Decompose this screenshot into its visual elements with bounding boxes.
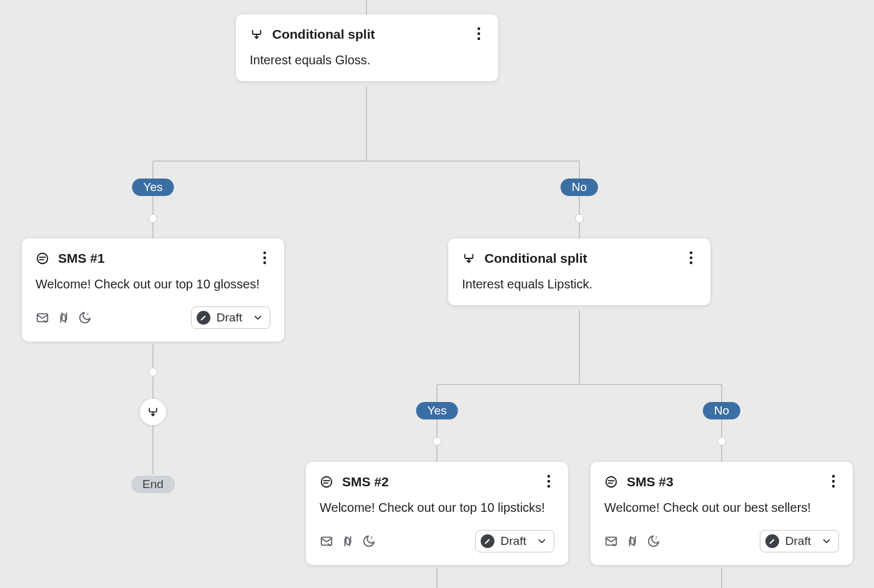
sms-card[interactable]: SMS #3 Welcome! Check out our best selle… (591, 462, 853, 565)
connector-dot (433, 437, 441, 446)
split-icon (250, 27, 263, 41)
svg-point-13 (478, 32, 480, 35)
svg-point-25 (690, 262, 692, 264)
branch-badge-no: No (703, 402, 740, 419)
quiet-hours-icon[interactable]: z (647, 534, 660, 548)
svg-point-24 (690, 257, 692, 259)
card-menu-button[interactable] (255, 248, 274, 267)
utm-tracking-icon[interactable] (626, 534, 639, 548)
svg-point-32 (547, 480, 550, 483)
card-title: SMS #3 (627, 474, 674, 489)
status-label: Draft (501, 534, 526, 548)
svg-point-21 (263, 257, 266, 259)
status-label: Draft (785, 534, 811, 548)
svg-point-31 (547, 475, 550, 478)
sms-icon (36, 252, 49, 265)
conditional-split-card[interactable]: Conditional split Interest equals Lipsti… (448, 238, 710, 305)
utm-tracking-icon[interactable] (57, 311, 71, 325)
card-menu-button[interactable] (824, 472, 843, 491)
card-title: Conditional split (484, 251, 587, 266)
smart-send-icon[interactable] (320, 534, 333, 548)
status-select[interactable]: Draft (760, 530, 839, 552)
branch-badge-yes: Yes (416, 402, 458, 419)
svg-point-20 (263, 252, 266, 254)
chevron-down-icon (821, 536, 832, 547)
draft-status-icon (481, 534, 494, 548)
card-title: Conditional split (272, 27, 375, 42)
svg-point-40 (832, 480, 835, 483)
svg-point-15 (37, 253, 48, 264)
sms-card[interactable]: SMS #2 Welcome! Check out our top 10 lip… (306, 462, 568, 565)
card-description: Welcome! Check out our top 10 glosses! (36, 276, 270, 293)
connector-dot (717, 437, 726, 446)
svg-point-12 (478, 27, 480, 30)
end-badge: End (131, 476, 175, 493)
card-description: Welcome! Check out our top 10 lipsticks! (320, 499, 554, 516)
svg-point-22 (263, 262, 266, 264)
card-menu-button[interactable] (682, 248, 700, 267)
split-icon (462, 252, 476, 265)
branch-badge-yes: Yes (132, 179, 174, 196)
svg-point-33 (547, 485, 550, 488)
connector-dot (149, 214, 157, 223)
sms-icon (320, 475, 333, 489)
card-description: Welcome! Check out our best sellers! (604, 499, 839, 516)
svg-point-39 (832, 475, 835, 478)
svg-point-41 (832, 485, 835, 488)
svg-point-14 (478, 37, 480, 40)
conditional-split-card[interactable]: Conditional split Interest equals Gloss. (236, 14, 498, 81)
status-select[interactable]: Draft (191, 306, 270, 329)
svg-point-23 (690, 252, 692, 254)
status-select[interactable]: Draft (475, 530, 554, 552)
card-description: Interest equals Gloss. (250, 52, 484, 69)
chevron-down-icon (536, 536, 547, 547)
card-title: SMS #1 (58, 251, 105, 266)
utm-tracking-icon[interactable] (341, 534, 355, 548)
connector-dot (149, 368, 157, 376)
quiet-hours-icon[interactable]: z (78, 311, 92, 325)
smart-send-icon[interactable] (604, 534, 618, 548)
svg-text:z: z (87, 311, 89, 316)
chevron-down-icon (252, 312, 263, 323)
status-label: Draft (217, 311, 242, 325)
svg-point-34 (606, 477, 617, 488)
connector-dot (575, 214, 584, 223)
smart-send-icon[interactable] (36, 311, 49, 325)
add-step-button[interactable] (140, 399, 166, 425)
svg-text:z: z (371, 535, 373, 539)
quiet-hours-icon[interactable]: z (362, 534, 376, 548)
card-menu-button[interactable] (539, 472, 558, 491)
svg-point-26 (322, 477, 332, 488)
card-title: SMS #2 (342, 474, 389, 489)
card-menu-button[interactable] (469, 24, 488, 43)
draft-status-icon (197, 311, 210, 325)
sms-card[interactable]: SMS #1 Welcome! Check out our top 10 glo… (22, 238, 284, 341)
sms-icon (604, 475, 618, 489)
branch-badge-no: No (561, 179, 598, 196)
card-description: Interest equals Lipstick. (462, 276, 697, 293)
draft-status-icon (765, 534, 779, 548)
split-icon (147, 406, 159, 418)
svg-text:z: z (656, 535, 657, 539)
